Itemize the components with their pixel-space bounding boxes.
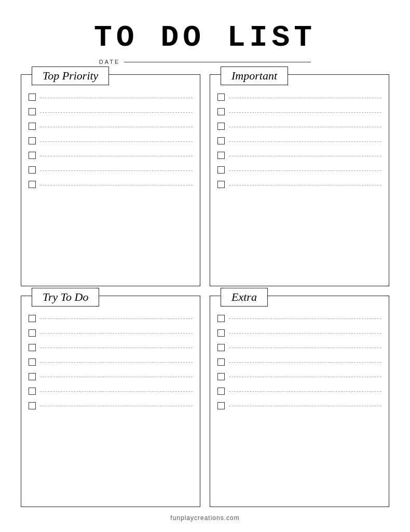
list-item	[217, 358, 381, 366]
list-item	[29, 388, 193, 395]
check-line	[229, 348, 381, 348]
list-item	[29, 344, 193, 351]
check-line	[40, 170, 193, 171]
checkbox[interactable]	[29, 344, 36, 351]
check-line	[40, 333, 193, 334]
checkbox[interactable]	[29, 315, 36, 322]
checklist-try-to-do	[29, 315, 193, 409]
list-item	[217, 152, 381, 159]
list-item	[217, 166, 381, 174]
list-item	[217, 181, 381, 188]
date-line	[124, 62, 311, 62]
checkbox[interactable]	[29, 373, 36, 380]
section-header-important: Important	[221, 66, 288, 85]
list-item	[217, 315, 381, 322]
checkbox[interactable]	[217, 315, 225, 322]
list-item	[29, 94, 193, 101]
check-line	[229, 141, 381, 142]
check-line	[40, 348, 193, 348]
check-line	[40, 185, 193, 185]
check-line	[229, 170, 381, 171]
checkbox[interactable]	[217, 94, 225, 101]
checklist-top-priority	[29, 94, 193, 188]
check-line	[229, 318, 381, 319]
list-item	[29, 358, 193, 366]
checkbox[interactable]	[29, 329, 36, 337]
list-item	[29, 137, 193, 144]
checkbox[interactable]	[217, 329, 225, 337]
sections-grid: Top Priority	[21, 74, 389, 507]
list-item	[29, 373, 193, 380]
check-line	[229, 156, 381, 156]
checkbox[interactable]	[29, 358, 36, 366]
check-line	[229, 377, 381, 377]
check-line	[40, 377, 193, 377]
list-item	[217, 344, 381, 351]
list-item	[217, 373, 381, 380]
list-item	[217, 137, 381, 144]
section-header-extra: Extra	[221, 288, 268, 307]
check-line	[40, 391, 193, 392]
list-item	[217, 402, 381, 409]
check-line	[40, 362, 193, 363]
date-row: DATE	[21, 59, 389, 65]
list-item	[29, 181, 193, 188]
check-line	[229, 362, 381, 363]
list-item	[217, 123, 381, 130]
list-item	[29, 329, 193, 337]
section-try-to-do: Try To Do	[21, 296, 200, 508]
check-line	[229, 98, 381, 98]
checklist-important	[217, 94, 381, 188]
list-item	[29, 315, 193, 322]
list-item	[29, 166, 193, 174]
footer: funplaycreations.com	[170, 514, 239, 522]
check-line	[40, 127, 193, 127]
check-line	[229, 406, 381, 406]
check-line	[40, 406, 193, 406]
checkbox[interactable]	[217, 388, 225, 395]
checkbox[interactable]	[217, 166, 225, 174]
list-item	[29, 402, 193, 409]
section-extra: Extra	[210, 296, 389, 508]
checkbox[interactable]	[217, 358, 225, 366]
list-item	[29, 152, 193, 159]
checkbox[interactable]	[29, 123, 36, 130]
checkbox[interactable]	[29, 108, 36, 115]
section-header-top-priority: Top Priority	[32, 66, 109, 85]
checkbox[interactable]	[29, 166, 36, 174]
checkbox[interactable]	[29, 402, 36, 409]
check-line	[229, 112, 381, 113]
page-title: TO DO LIST	[94, 21, 316, 55]
check-line	[40, 141, 193, 142]
checklist-extra	[217, 315, 381, 409]
checkbox[interactable]	[217, 137, 225, 144]
list-item	[29, 123, 193, 130]
checkbox[interactable]	[29, 152, 36, 159]
checkbox[interactable]	[217, 373, 225, 380]
check-line	[40, 98, 193, 98]
list-item	[217, 329, 381, 337]
date-label: DATE	[99, 59, 120, 65]
checkbox[interactable]	[217, 402, 225, 409]
list-item	[217, 94, 381, 101]
checkbox[interactable]	[217, 344, 225, 351]
section-top-priority: Top Priority	[21, 74, 200, 286]
list-item	[29, 108, 193, 115]
checkbox[interactable]	[217, 152, 225, 159]
section-important: Important	[210, 74, 389, 286]
checkbox[interactable]	[217, 123, 225, 130]
check-line	[40, 112, 193, 113]
check-line	[229, 333, 381, 334]
section-header-try-to-do: Try To Do	[32, 288, 99, 307]
list-item	[217, 388, 381, 395]
check-line	[40, 318, 193, 319]
checkbox[interactable]	[29, 137, 36, 144]
check-line	[229, 127, 381, 127]
list-item	[217, 108, 381, 115]
check-line	[40, 156, 193, 156]
checkbox[interactable]	[217, 181, 225, 188]
checkbox[interactable]	[29, 181, 36, 188]
checkbox[interactable]	[29, 94, 36, 101]
checkbox[interactable]	[29, 388, 36, 395]
checkbox[interactable]	[217, 108, 225, 115]
